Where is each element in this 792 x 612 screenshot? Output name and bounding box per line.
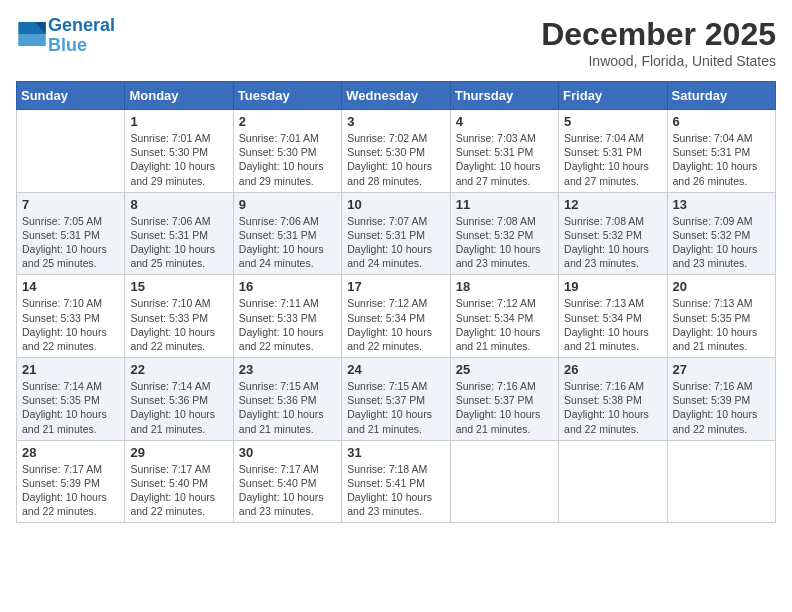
weekday-header-sunday: Sunday (17, 82, 125, 110)
day-info: Sunrise: 7:10 AM Sunset: 5:33 PM Dayligh… (22, 296, 119, 353)
calendar-row-2: 14Sunrise: 7:10 AM Sunset: 5:33 PM Dayli… (17, 275, 776, 358)
calendar-cell: 16Sunrise: 7:11 AM Sunset: 5:33 PM Dayli… (233, 275, 341, 358)
weekday-header-friday: Friday (559, 82, 667, 110)
calendar-cell (17, 110, 125, 193)
calendar-cell: 18Sunrise: 7:12 AM Sunset: 5:34 PM Dayli… (450, 275, 558, 358)
day-number: 21 (22, 362, 119, 377)
weekday-header-tuesday: Tuesday (233, 82, 341, 110)
day-number: 14 (22, 279, 119, 294)
calendar: SundayMondayTuesdayWednesdayThursdayFrid… (16, 81, 776, 523)
calendar-cell: 27Sunrise: 7:16 AM Sunset: 5:39 PM Dayli… (667, 358, 775, 441)
calendar-cell: 28Sunrise: 7:17 AM Sunset: 5:39 PM Dayli… (17, 440, 125, 523)
calendar-cell: 8Sunrise: 7:06 AM Sunset: 5:31 PM Daylig… (125, 192, 233, 275)
day-number: 15 (130, 279, 227, 294)
day-info: Sunrise: 7:16 AM Sunset: 5:38 PM Dayligh… (564, 379, 661, 436)
weekday-header-monday: Monday (125, 82, 233, 110)
calendar-cell: 24Sunrise: 7:15 AM Sunset: 5:37 PM Dayli… (342, 358, 450, 441)
weekday-header-wednesday: Wednesday (342, 82, 450, 110)
day-number: 29 (130, 445, 227, 460)
logo: General Blue (16, 16, 115, 56)
header: General Blue December 2025 Inwood, Flori… (16, 16, 776, 69)
calendar-cell: 26Sunrise: 7:16 AM Sunset: 5:38 PM Dayli… (559, 358, 667, 441)
day-number: 5 (564, 114, 661, 129)
day-info: Sunrise: 7:17 AM Sunset: 5:40 PM Dayligh… (239, 462, 336, 519)
svg-rect-1 (18, 34, 45, 46)
day-info: Sunrise: 7:13 AM Sunset: 5:35 PM Dayligh… (673, 296, 770, 353)
day-number: 11 (456, 197, 553, 212)
calendar-cell: 15Sunrise: 7:10 AM Sunset: 5:33 PM Dayli… (125, 275, 233, 358)
day-info: Sunrise: 7:04 AM Sunset: 5:31 PM Dayligh… (564, 131, 661, 188)
month-title: December 2025 (541, 16, 776, 53)
day-number: 22 (130, 362, 227, 377)
calendar-cell: 25Sunrise: 7:16 AM Sunset: 5:37 PM Dayli… (450, 358, 558, 441)
day-info: Sunrise: 7:14 AM Sunset: 5:35 PM Dayligh… (22, 379, 119, 436)
day-number: 16 (239, 279, 336, 294)
day-info: Sunrise: 7:17 AM Sunset: 5:39 PM Dayligh… (22, 462, 119, 519)
calendar-cell: 20Sunrise: 7:13 AM Sunset: 5:35 PM Dayli… (667, 275, 775, 358)
calendar-cell: 22Sunrise: 7:14 AM Sunset: 5:36 PM Dayli… (125, 358, 233, 441)
day-info: Sunrise: 7:07 AM Sunset: 5:31 PM Dayligh… (347, 214, 444, 271)
calendar-cell: 1Sunrise: 7:01 AM Sunset: 5:30 PM Daylig… (125, 110, 233, 193)
day-number: 13 (673, 197, 770, 212)
day-info: Sunrise: 7:03 AM Sunset: 5:31 PM Dayligh… (456, 131, 553, 188)
calendar-cell: 7Sunrise: 7:05 AM Sunset: 5:31 PM Daylig… (17, 192, 125, 275)
day-info: Sunrise: 7:16 AM Sunset: 5:39 PM Dayligh… (673, 379, 770, 436)
day-number: 1 (130, 114, 227, 129)
location-title: Inwood, Florida, United States (541, 53, 776, 69)
calendar-cell (559, 440, 667, 523)
calendar-cell: 11Sunrise: 7:08 AM Sunset: 5:32 PM Dayli… (450, 192, 558, 275)
day-number: 30 (239, 445, 336, 460)
calendar-cell: 5Sunrise: 7:04 AM Sunset: 5:31 PM Daylig… (559, 110, 667, 193)
day-number: 2 (239, 114, 336, 129)
day-number: 9 (239, 197, 336, 212)
calendar-cell: 6Sunrise: 7:04 AM Sunset: 5:31 PM Daylig… (667, 110, 775, 193)
day-number: 7 (22, 197, 119, 212)
day-info: Sunrise: 7:04 AM Sunset: 5:31 PM Dayligh… (673, 131, 770, 188)
calendar-cell: 14Sunrise: 7:10 AM Sunset: 5:33 PM Dayli… (17, 275, 125, 358)
calendar-cell: 23Sunrise: 7:15 AM Sunset: 5:36 PM Dayli… (233, 358, 341, 441)
day-number: 4 (456, 114, 553, 129)
day-info: Sunrise: 7:10 AM Sunset: 5:33 PM Dayligh… (130, 296, 227, 353)
calendar-row-1: 7Sunrise: 7:05 AM Sunset: 5:31 PM Daylig… (17, 192, 776, 275)
title-area: December 2025 Inwood, Florida, United St… (541, 16, 776, 69)
day-info: Sunrise: 7:18 AM Sunset: 5:41 PM Dayligh… (347, 462, 444, 519)
weekday-header-thursday: Thursday (450, 82, 558, 110)
day-number: 12 (564, 197, 661, 212)
day-info: Sunrise: 7:06 AM Sunset: 5:31 PM Dayligh… (130, 214, 227, 271)
day-info: Sunrise: 7:08 AM Sunset: 5:32 PM Dayligh… (456, 214, 553, 271)
calendar-cell: 31Sunrise: 7:18 AM Sunset: 5:41 PM Dayli… (342, 440, 450, 523)
calendar-row-4: 28Sunrise: 7:17 AM Sunset: 5:39 PM Dayli… (17, 440, 776, 523)
calendar-cell: 2Sunrise: 7:01 AM Sunset: 5:30 PM Daylig… (233, 110, 341, 193)
day-info: Sunrise: 7:12 AM Sunset: 5:34 PM Dayligh… (347, 296, 444, 353)
calendar-body: 1Sunrise: 7:01 AM Sunset: 5:30 PM Daylig… (17, 110, 776, 523)
day-info: Sunrise: 7:15 AM Sunset: 5:37 PM Dayligh… (347, 379, 444, 436)
logo-blue: Blue (48, 35, 87, 55)
day-number: 3 (347, 114, 444, 129)
day-number: 17 (347, 279, 444, 294)
weekday-header-saturday: Saturday (667, 82, 775, 110)
logo-icon (18, 22, 46, 46)
day-number: 20 (673, 279, 770, 294)
calendar-cell: 29Sunrise: 7:17 AM Sunset: 5:40 PM Dayli… (125, 440, 233, 523)
day-number: 28 (22, 445, 119, 460)
calendar-cell: 17Sunrise: 7:12 AM Sunset: 5:34 PM Dayli… (342, 275, 450, 358)
calendar-cell: 19Sunrise: 7:13 AM Sunset: 5:34 PM Dayli… (559, 275, 667, 358)
day-info: Sunrise: 7:14 AM Sunset: 5:36 PM Dayligh… (130, 379, 227, 436)
day-info: Sunrise: 7:11 AM Sunset: 5:33 PM Dayligh… (239, 296, 336, 353)
day-info: Sunrise: 7:01 AM Sunset: 5:30 PM Dayligh… (239, 131, 336, 188)
day-number: 25 (456, 362, 553, 377)
calendar-cell: 13Sunrise: 7:09 AM Sunset: 5:32 PM Dayli… (667, 192, 775, 275)
day-number: 26 (564, 362, 661, 377)
day-info: Sunrise: 7:09 AM Sunset: 5:32 PM Dayligh… (673, 214, 770, 271)
day-info: Sunrise: 7:17 AM Sunset: 5:40 PM Dayligh… (130, 462, 227, 519)
day-info: Sunrise: 7:08 AM Sunset: 5:32 PM Dayligh… (564, 214, 661, 271)
day-number: 18 (456, 279, 553, 294)
day-info: Sunrise: 7:12 AM Sunset: 5:34 PM Dayligh… (456, 296, 553, 353)
day-number: 10 (347, 197, 444, 212)
calendar-header-row: SundayMondayTuesdayWednesdayThursdayFrid… (17, 82, 776, 110)
calendar-cell: 21Sunrise: 7:14 AM Sunset: 5:35 PM Dayli… (17, 358, 125, 441)
calendar-row-0: 1Sunrise: 7:01 AM Sunset: 5:30 PM Daylig… (17, 110, 776, 193)
calendar-cell: 3Sunrise: 7:02 AM Sunset: 5:30 PM Daylig… (342, 110, 450, 193)
day-info: Sunrise: 7:15 AM Sunset: 5:36 PM Dayligh… (239, 379, 336, 436)
day-number: 19 (564, 279, 661, 294)
